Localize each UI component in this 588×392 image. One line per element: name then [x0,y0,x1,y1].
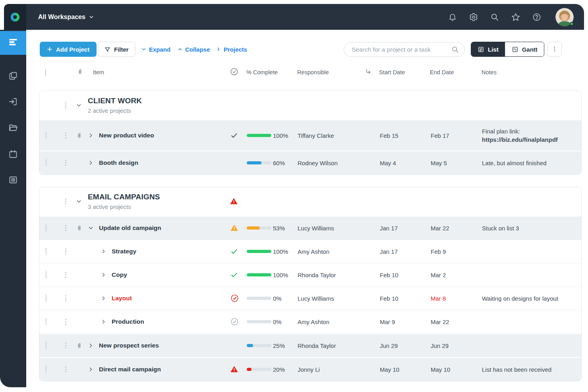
item-title[interactable]: New prospect series [99,342,159,349]
projects-link[interactable]: Projects [216,42,247,57]
responsible-name: Tiffany Clarke [298,132,334,139]
start-date-column-header[interactable]: Start Date [379,69,405,75]
gantt-view-button[interactable]: Gantt [505,42,544,56]
item-title[interactable]: Booth design [99,159,138,166]
project-row: New product video100%Tiffany ClarkeFeb 1… [39,120,581,151]
collapse-link[interactable]: Collapse [177,42,210,57]
row-menu-icon[interactable] [64,248,67,255]
item-title[interactable]: Production [112,318,144,325]
row-menu-icon[interactable] [64,102,67,109]
expand-row-icon[interactable] [101,249,106,255]
row-checkbox[interactable] [46,318,46,325]
collapse-group-icon[interactable] [76,199,82,205]
expand-row-icon[interactable] [88,343,94,349]
search-icon[interactable] [490,12,499,21]
start-date: Jan 17 [380,225,398,232]
item-column-header[interactable]: Item [93,69,104,75]
sidebar-item-calendar[interactable] [0,143,26,167]
sidebar-item-boards[interactable] [0,65,26,89]
expand-row-icon[interactable] [88,367,94,373]
row-menu-icon[interactable] [64,295,67,302]
search-input[interactable] [351,46,451,54]
item-title[interactable]: New product video [99,132,154,139]
sidebar-item-signin[interactable] [0,91,26,114]
search-icon[interactable] [451,46,459,53]
more-options-button[interactable] [547,42,562,57]
projects-folder-icon [8,123,18,134]
user-avatar[interactable] [555,8,574,26]
item-title[interactable]: Strategy [112,248,136,255]
view-toggle: List Gantt [471,42,544,57]
status-check-icon [230,318,239,326]
complete-column-header[interactable]: % Complete [246,69,278,75]
collapse-group-icon[interactable] [76,102,82,108]
online-status-dot [570,22,574,26]
row-checkbox[interactable] [46,271,46,278]
sidebar-item-timeline[interactable] [0,31,26,55]
item-title[interactable]: Copy [112,271,127,278]
subtask-row: Production0%Amy AshtonMar 9Mar 22 [39,310,581,333]
group-title[interactable]: CLIENT WORK [88,97,142,105]
row-checkbox[interactable] [46,159,46,166]
expand-link[interactable]: Expand [141,42,170,57]
help-icon[interactable] [532,12,541,21]
expand-label: Expand [149,46,170,53]
expand-row-icon[interactable] [101,272,106,278]
row-menu-icon[interactable] [64,366,67,373]
start-date: May 10 [380,366,399,373]
timeline-icon [8,37,18,49]
responsible-name: Rhonda Taylor [298,342,336,349]
row-checkbox[interactable] [46,132,46,139]
end-date-column-header[interactable]: End Date [430,69,454,75]
select-all-checkbox[interactable] [45,69,46,75]
row-checkbox[interactable] [46,248,46,255]
item-title[interactable]: Update old campaign [99,224,161,232]
responsible-name: Lucy Williams [298,295,334,302]
complete-column-icon [230,68,238,77]
group-subtitle: 3 active projects [88,203,160,210]
expand-row-icon[interactable] [101,319,106,325]
gantt-label: Gantt [522,46,538,53]
expand-row-icon[interactable] [88,133,94,139]
workspace-selector[interactable]: All Workspaces [38,14,94,21]
list-view-button[interactable]: List [471,42,505,56]
row-checkbox[interactable] [46,366,46,373]
row-menu-icon[interactable] [64,132,67,139]
filter-button[interactable]: Filter [98,42,135,57]
sidebar-item-reports[interactable] [0,169,26,193]
row-menu-icon[interactable] [64,318,67,326]
notifications-icon[interactable] [448,12,457,21]
favorites-icon[interactable] [511,12,520,21]
add-project-button[interactable]: Add Project [40,42,97,57]
list-icon [478,46,484,53]
filter-label: Filter [114,46,129,53]
row-menu-icon[interactable] [64,271,67,279]
responsible-column-header[interactable]: Responsible [297,69,329,75]
progress-bar-fill [247,161,261,164]
row-menu-icon[interactable] [64,342,67,350]
responsible-name: Rhonda Taylor [298,272,336,278]
expand-row-icon[interactable] [101,295,106,301]
row-checkbox[interactable] [46,342,46,349]
row-checkbox[interactable] [46,295,46,302]
group-title[interactable]: EMAIL CAMPAIGNS [88,193,160,201]
row-menu-icon[interactable] [64,159,67,167]
row-menu-icon[interactable] [64,224,67,232]
row-checkbox[interactable] [46,224,46,232]
progress-percent: 0% [273,295,282,302]
sidebar-item-projects-folder[interactable] [0,117,26,141]
end-date: Feb 17 [431,132,449,139]
item-title[interactable]: Layout [112,295,132,302]
item-title[interactable]: Direct mail campaign [99,366,161,373]
settings-icon[interactable] [469,12,478,21]
notes-column-header[interactable]: Notes [482,69,497,75]
expand-row-icon[interactable] [88,160,94,166]
attachment-icon [76,342,83,349]
warning-icon [230,224,238,232]
progress-bar [247,320,271,323]
collapse-row-icon[interactable] [88,225,94,231]
chevron-up-icon [177,46,183,52]
subtask-row: Layout0%Lucy WilliamsFeb 10Mar 8Waiting … [39,286,581,310]
row-menu-icon[interactable] [64,198,67,205]
app-logo[interactable] [4,4,26,30]
